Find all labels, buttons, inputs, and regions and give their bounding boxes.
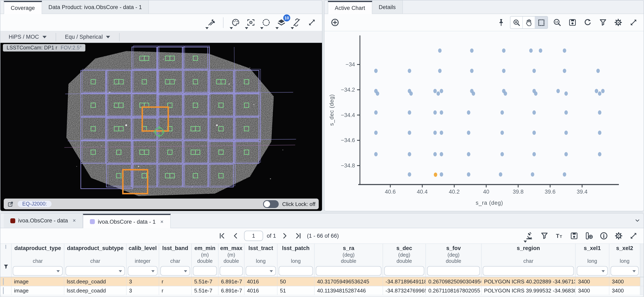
star <box>250 67 250 68</box>
chart-zoom-1x-button[interactable]: 1X <box>551 16 563 29</box>
first-page-button[interactable] <box>217 231 227 241</box>
filter-input-s_xel2[interactable] <box>610 266 639 276</box>
scatter-chart[interactable]: 40.640.440.24039.839.639.4−34−34.2−34.4−… <box>324 31 644 211</box>
column-type: long <box>244 259 277 265</box>
chart-gear-button[interactable] <box>612 16 624 29</box>
column-filter-cell <box>244 265 277 277</box>
table-add-column-button[interactable] <box>582 230 595 242</box>
filter-input-dataproduct_type[interactable] <box>13 266 63 276</box>
table-info-button[interactable] <box>598 230 610 242</box>
sky-map-canvas[interactable] <box>2 43 320 197</box>
table-microscope-button[interactable] <box>523 230 536 242</box>
open-external-icon[interactable] <box>7 200 14 207</box>
column-name[interactable]: lsst_patch <box>278 244 314 253</box>
filter-input-dataproduct_subtype[interactable] <box>66 266 125 276</box>
chart-tab-0[interactable]: Active Chart <box>328 1 372 14</box>
fov-value: FOV:2.5° <box>60 45 82 51</box>
cell-em_max: 6.891e-7 <box>218 277 244 286</box>
chart-area[interactable]: 40.640.440.24039.839.639.4−34−34.2−34.4−… <box>324 31 644 211</box>
coverage-tab-1[interactable]: Data Product: ivoa.ObsCore - data - 1 <box>42 0 149 13</box>
chart-rotate-button[interactable] <box>581 16 594 29</box>
row-checkbox[interactable] <box>3 287 4 294</box>
table-tab-1[interactable]: ivoa.ObsCore - data - 1✕ <box>83 214 170 228</box>
filter-input-lsst_tract[interactable] <box>246 266 276 276</box>
table-save-button[interactable] <box>568 230 580 242</box>
column-name[interactable]: s_dec <box>383 244 426 253</box>
filter-input-s_ra[interactable] <box>316 266 381 276</box>
table-color-swatch <box>10 218 15 223</box>
chart-filter-button[interactable] <box>596 16 609 29</box>
table-row[interactable] <box>0 295 644 297</box>
previous-page-button[interactable] <box>230 231 240 241</box>
chart-circle-plus-button[interactable] <box>328 16 341 29</box>
hips-moc-dropdown[interactable]: HiPS / MOC <box>6 33 49 40</box>
filter-input-em_min[interactable] <box>193 266 217 276</box>
filter-input-lsst_band[interactable] <box>160 266 190 276</box>
filter-input-calib_level[interactable] <box>128 266 158 276</box>
coverage-expand-button[interactable] <box>306 16 318 29</box>
column-name[interactable]: s_region <box>482 244 575 253</box>
column-name[interactable]: s_xel2 <box>609 244 640 253</box>
table-expand-button[interactable] <box>627 230 640 242</box>
star <box>282 150 283 150</box>
data-point <box>440 89 443 93</box>
column-name[interactable]: em_min <box>192 244 218 253</box>
column-type: double <box>192 259 218 265</box>
coverage-layers-button[interactable]: 10 <box>275 16 287 29</box>
coverage-recenter-button[interactable] <box>244 16 257 29</box>
filter-input-s_dec[interactable] <box>384 266 424 276</box>
coverage-tools-button[interactable] <box>205 16 217 29</box>
column-name[interactable]: lsst_band <box>159 244 191 253</box>
close-icon[interactable]: ✕ <box>72 218 76 223</box>
coverage-unlink-button[interactable] <box>290 16 302 29</box>
coverage-circle-select-button[interactable] <box>260 16 272 29</box>
table-row[interactable]: imagelsst.deep_coadd3r5.51e-76.891e-7401… <box>0 286 644 295</box>
header-column-s_fov: s_fov(deg)double <box>426 244 482 277</box>
data-point <box>374 131 378 135</box>
column-unit <box>609 253 640 259</box>
last-page-button[interactable] <box>293 231 303 241</box>
page-number-input[interactable] <box>244 231 263 241</box>
coverage-tab-0[interactable]: Coverage <box>4 1 42 14</box>
filter-input-s_region[interactable] <box>483 266 574 276</box>
cell-s_ra: 40.317059496536245 <box>314 277 383 286</box>
filter-input-em_max[interactable] <box>220 266 243 276</box>
header-column-s_region: s_regionchar <box>482 244 576 277</box>
chart-zoom-in-button[interactable] <box>510 16 523 28</box>
filter-input-s_xel1[interactable] <box>577 266 608 276</box>
coverage-palette-button[interactable] <box>229 16 242 29</box>
row-checkbox[interactable] <box>3 278 4 285</box>
cell-calib_level: 3 <box>126 277 159 286</box>
column-name[interactable]: s_fov <box>426 244 481 253</box>
chart-tab-1[interactable]: Details <box>372 0 403 13</box>
table-filter-button[interactable] <box>538 230 550 242</box>
filter-input-lsst_patch[interactable] <box>279 266 313 276</box>
filter-input-s_fov[interactable] <box>427 266 480 276</box>
coverage-map[interactable]: LSSTComCam: DP1 r FOV:2.5° EQ-J2000: Cli… <box>0 43 322 211</box>
tab-overflow-chevron[interactable] <box>634 217 641 224</box>
chart-pin-button[interactable] <box>495 16 507 29</box>
projection-dropdown[interactable]: Equ / Spherical <box>62 33 112 40</box>
column-name[interactable]: s_ra <box>314 244 382 253</box>
column-name[interactable]: s_xel1 <box>576 244 609 253</box>
table-gear-button[interactable] <box>612 230 624 242</box>
click-lock-toggle[interactable] <box>263 200 279 208</box>
table-row[interactable]: imagelsst.deep_coadd3r5.51e-76.891e-7401… <box>0 277 644 286</box>
column-unit <box>482 253 575 259</box>
column-name[interactable]: em_max <box>218 244 244 253</box>
table-text-tt-button[interactable]: TT <box>553 230 565 242</box>
next-page-button[interactable] <box>280 231 290 241</box>
column-name[interactable]: calib_level <box>126 244 159 253</box>
column-name[interactable]: dataproduct_type <box>12 244 64 253</box>
chart-save-button[interactable] <box>566 16 578 29</box>
close-icon[interactable]: ✕ <box>160 219 164 224</box>
column-type: long <box>278 259 314 265</box>
select-all-checkbox[interactable] <box>5 245 6 249</box>
table-tab-0[interactable]: ivoa.ObsCore - data✕ <box>4 213 83 228</box>
column-name[interactable]: dataproduct_subtype <box>64 244 126 253</box>
chart-select-rect-button[interactable] <box>535 16 548 28</box>
column-name[interactable]: lsst_tract <box>244 244 277 253</box>
chart-expand-button[interactable] <box>627 16 640 29</box>
firefly-app: CoverageData Product: ivoa.ObsCore - dat… <box>0 0 644 297</box>
chart-hand-button[interactable] <box>523 16 535 28</box>
